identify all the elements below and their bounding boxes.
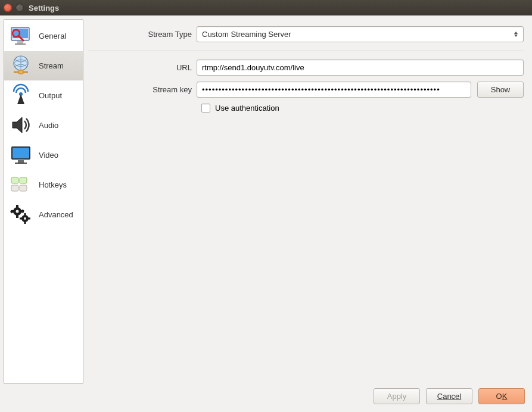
svg-rect-21 — [16, 205, 18, 208]
svg-rect-12 — [13, 148, 29, 158]
ok-label: OK — [496, 392, 508, 401]
svg-rect-30 — [24, 221, 26, 224]
sidebar-item-label: General — [39, 32, 66, 40]
svg-rect-18 — [20, 185, 27, 191]
sidebar-item-advanced[interactable]: Advanced — [4, 199, 83, 229]
sidebar-item-audio[interactable]: Audio — [4, 110, 83, 140]
stream-key-input[interactable] — [197, 82, 471, 98]
svg-rect-7 — [18, 70, 23, 74]
url-label: URL — [88, 63, 197, 72]
svg-rect-16 — [20, 177, 27, 183]
stream-key-field[interactable] — [202, 85, 466, 94]
close-icon[interactable] — [4, 4, 12, 12]
sidebar: General Stream — [4, 19, 83, 384]
sidebar-item-label: Video — [39, 151, 58, 160]
stream-key-label: Stream key — [88, 85, 197, 94]
sidebar-item-label: Advanced — [39, 210, 73, 219]
svg-rect-31 — [28, 217, 30, 219]
cancel-button[interactable]: Cancel — [426, 388, 472, 404]
footer: Apply Cancel OK — [0, 384, 532, 408]
window-title: Settings — [29, 4, 59, 13]
apply-button: Apply — [374, 388, 420, 404]
svg-rect-2 — [17, 41, 23, 43]
ok-button[interactable]: OK — [478, 388, 525, 404]
use-auth-checkbox[interactable] — [201, 104, 210, 113]
svg-point-20 — [16, 210, 19, 213]
svg-rect-3 — [15, 43, 26, 45]
svg-rect-17 — [11, 185, 18, 191]
show-button[interactable]: Show — [477, 82, 524, 98]
keys-icon — [8, 173, 34, 196]
stream-type-value: Custom Streaming Server — [202, 30, 291, 39]
svg-rect-15 — [11, 177, 18, 183]
wrench-monitor-icon — [8, 24, 34, 48]
sidebar-item-general[interactable]: General — [4, 21, 83, 51]
sidebar-item-video[interactable]: Video — [4, 140, 83, 170]
globe-network-icon — [8, 54, 34, 77]
svg-rect-29 — [24, 213, 26, 216]
sidebar-item-label: Audio — [39, 121, 58, 130]
cancel-label: Cancel — [437, 392, 461, 401]
minimize-icon[interactable] — [15, 4, 24, 12]
sidebar-item-label: Stream — [39, 61, 64, 70]
monitor-icon — [8, 143, 34, 167]
antenna-icon — [8, 83, 34, 107]
use-auth-label: Use authentication — [215, 104, 279, 113]
gears-icon — [8, 202, 34, 226]
sidebar-item-stream[interactable]: Stream — [4, 51, 83, 80]
divider — [88, 51, 524, 51]
main-panel: Stream Type Custom Streaming Server URL … — [83, 19, 528, 384]
svg-rect-32 — [20, 217, 22, 219]
url-field[interactable] — [202, 63, 518, 72]
titlebar: Settings — [0, 0, 532, 15]
sidebar-item-output[interactable]: Output — [4, 80, 83, 110]
svg-point-28 — [24, 217, 26, 220]
stream-type-label: Stream Type — [88, 30, 197, 39]
speaker-icon — [8, 113, 34, 137]
svg-rect-13 — [18, 160, 24, 163]
window-buttons — [4, 4, 24, 12]
url-input[interactable] — [197, 60, 524, 76]
svg-rect-22 — [16, 215, 18, 218]
chevron-up-down-icon — [514, 32, 518, 37]
sidebar-item-label: Hotkeys — [39, 180, 67, 189]
stream-type-combo[interactable]: Custom Streaming Server — [197, 26, 524, 42]
sidebar-item-hotkeys[interactable]: Hotkeys — [4, 170, 83, 199]
svg-rect-14 — [15, 163, 27, 164]
sidebar-item-label: Output — [39, 91, 62, 100]
